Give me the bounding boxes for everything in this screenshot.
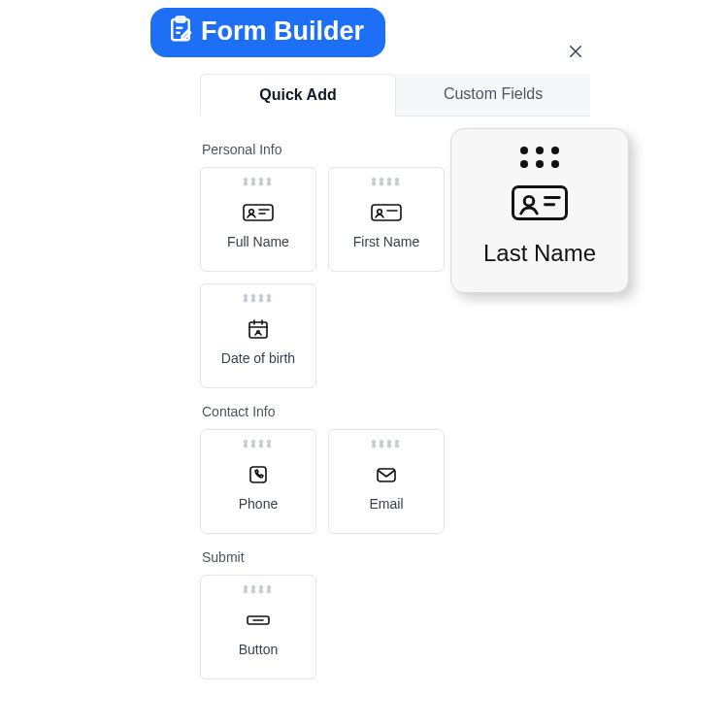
field-card-button[interactable]: ●●●●●●●● Button (200, 575, 316, 679)
card-label: Email (369, 496, 403, 512)
section-title-submit: Submit (202, 549, 590, 565)
card-label: Date of birth (221, 350, 295, 366)
email-icon (371, 463, 402, 486)
drag-handle-icon (520, 147, 559, 168)
grid-contact: ●●●●●●●● Phone ●●●●●●●● Email (200, 429, 590, 534)
field-card-phone[interactable]: ●●●●●●●● Phone (200, 429, 316, 534)
card-label: Full Name (227, 234, 289, 249)
field-card-last-name-dragging[interactable]: Last Name (450, 128, 629, 293)
card-label: Last Name (483, 240, 596, 267)
section-title-contact: Contact Info (202, 404, 590, 419)
clipboard-edit-icon (166, 15, 195, 49)
drag-handle-icon: ●●●●●●●● (371, 440, 402, 447)
drag-handle-icon: ●●●●●●●● (243, 585, 274, 593)
form-builder-badge: Form Builder (150, 8, 385, 57)
drag-handle-icon: ●●●●●●●● (243, 178, 274, 185)
card-label: Phone (239, 496, 278, 512)
drag-handle-icon: ●●●●●●●● (371, 178, 402, 185)
button-icon (243, 609, 274, 632)
drag-handle-icon: ●●●●●●●● (243, 294, 274, 302)
grid-submit: ●●●●●●●● Button (200, 575, 590, 679)
phone-icon (243, 463, 274, 486)
drag-handle-icon: ●●●●●●●● (243, 440, 274, 447)
id-card-icon (510, 182, 570, 224)
tab-quick-add[interactable]: Quick Add (200, 74, 396, 116)
tab-custom-fields[interactable]: Custom Fields (396, 74, 590, 116)
svg-rect-9 (378, 469, 395, 481)
field-card-email[interactable]: ●●●●●●●● Email (328, 429, 445, 534)
close-button[interactable] (567, 43, 590, 66)
field-card-full-name[interactable]: ●●●●●●●● Full Name (200, 167, 316, 272)
svg-point-5 (378, 210, 382, 215)
id-card-icon (243, 201, 274, 224)
field-card-first-name[interactable]: ●●●●●●●● First Name (328, 167, 445, 272)
id-card-icon (371, 201, 402, 224)
card-label: First Name (353, 234, 419, 249)
svg-point-12 (524, 196, 534, 206)
badge-title: Form Builder (201, 18, 364, 45)
svg-point-3 (249, 210, 254, 215)
tabs: Quick Add Custom Fields (200, 74, 590, 116)
field-card-date-of-birth[interactable]: ●●●●●●●● Date of birth (200, 283, 316, 388)
card-label: Button (239, 642, 278, 657)
calendar-icon (243, 317, 274, 341)
